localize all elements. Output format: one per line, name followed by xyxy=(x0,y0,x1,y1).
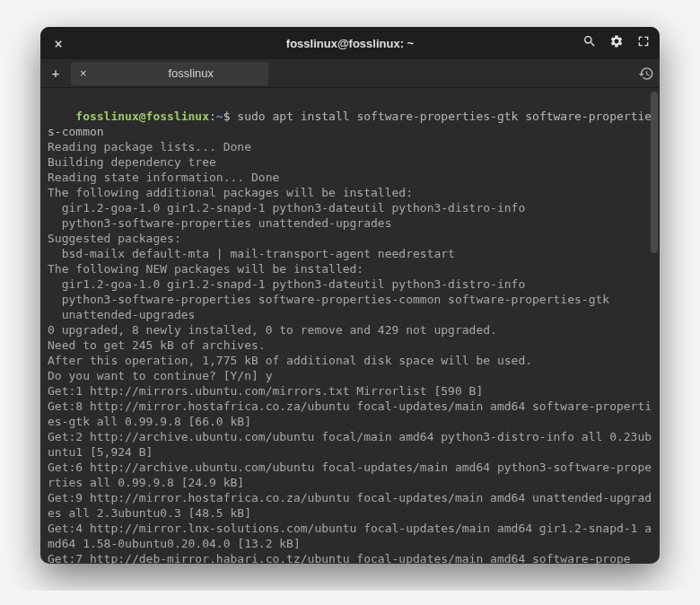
scrollbar[interactable] xyxy=(651,92,658,253)
output-line: Get:6 http://archive.ubuntu.com/ubuntu f… xyxy=(48,460,652,489)
output-line: After this operation, 1,775 kB of additi… xyxy=(48,354,532,367)
prompt-path: ~ xyxy=(216,110,223,123)
tab-label: fosslinux xyxy=(123,66,259,80)
new-tab-button[interactable]: + xyxy=(46,64,66,83)
window-title: fosslinux@fosslinux: ~ xyxy=(286,37,414,50)
output-line: The following NEW packages will be insta… xyxy=(48,262,363,276)
gear-icon[interactable] xyxy=(609,34,624,52)
output-line: python3-software-properties unattended-u… xyxy=(48,216,392,230)
output-line: Reading state information... Done xyxy=(48,171,279,184)
tab-bar: + × fosslinux xyxy=(40,59,660,88)
output-line: Get:1 http://mirrors.ubuntu.com/mirrors.… xyxy=(48,384,483,398)
prompt-dollar: $ xyxy=(223,110,231,123)
titlebar: × fosslinux@fosslinux: ~ xyxy=(40,27,660,59)
prompt-separator: : xyxy=(209,110,216,123)
search-icon[interactable] xyxy=(582,34,597,52)
output-line: The following additional packages will b… xyxy=(48,186,413,199)
tab-active[interactable]: × fosslinux xyxy=(71,62,268,85)
output-line: gir1.2-goa-1.0 gir1.2-snapd-1 python3-da… xyxy=(48,201,525,215)
output-line: unattended-upgrades xyxy=(48,308,195,321)
output-line: Get:7 http://deb-mirror.habari.co.tz/ubu… xyxy=(48,552,631,564)
prompt-user-host: fosslinux@fosslinux xyxy=(75,110,209,123)
output-line: Suggested packages: xyxy=(48,232,181,245)
window-close-button[interactable]: × xyxy=(49,35,67,52)
output-line: bsd-mailx default-mta | mail-transport-a… xyxy=(48,247,455,260)
output-line: Building dependency tree xyxy=(48,155,216,169)
terminal-window: × fosslinux@fosslinux: ~ + × fosslinux f… xyxy=(40,27,660,564)
terminal-output[interactable]: fosslinux@fosslinux:~$ sudo apt install … xyxy=(40,88,660,564)
output-line: Get:8 http://mirror.hostafrica.co.za/ubu… xyxy=(48,399,652,428)
output-line: Need to get 245 kB of archives. xyxy=(48,338,266,352)
output-line: Get:2 http://archive.ubuntu.com/ubuntu f… xyxy=(48,430,652,459)
history-icon[interactable] xyxy=(638,66,654,82)
output-line: Do you want to continue? [Y/n] y xyxy=(48,369,272,382)
output-line: python3-software-properties software-pro… xyxy=(48,293,609,306)
output-line: gir1.2-goa-1.0 gir1.2-snapd-1 python3-da… xyxy=(48,277,525,291)
output-line: Reading package lists... Done xyxy=(48,140,251,153)
output-line: 0 upgraded, 8 newly installed, 0 to remo… xyxy=(48,323,497,337)
output-line: Get:4 http://mirror.lnx-solutions.com/ub… xyxy=(48,522,652,550)
fullscreen-icon[interactable] xyxy=(636,34,651,52)
titlebar-actions xyxy=(582,34,651,52)
tab-close-button[interactable]: × xyxy=(80,66,87,80)
output-line: Get:9 http://mirror.hostafrica.co.za/ubu… xyxy=(48,491,652,520)
